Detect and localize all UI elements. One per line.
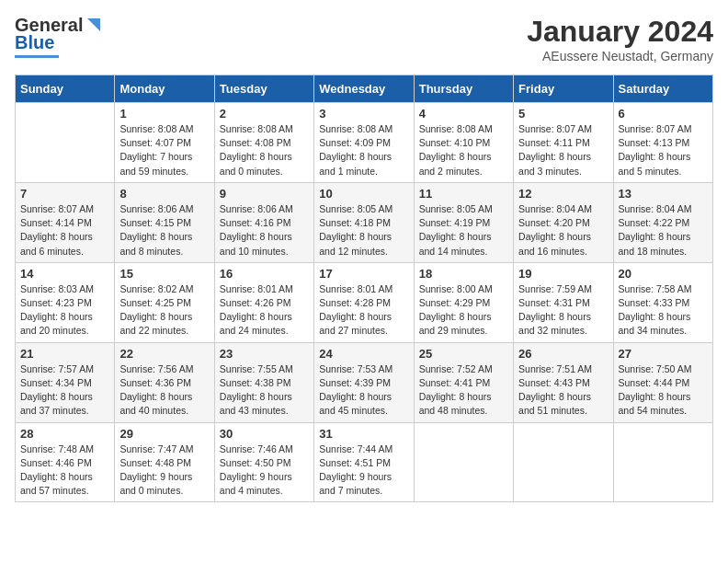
day-number: 1 (119, 107, 209, 121)
day-number: 28 (20, 427, 109, 441)
calendar-cell (613, 422, 712, 502)
day-number: 30 (220, 427, 309, 441)
page-header: General Blue January 2024 AEussere Neust… (15, 15, 713, 63)
day-number: 16 (220, 267, 309, 281)
calendar-cell (16, 103, 115, 183)
calendar-cell: 20Sunrise: 7:58 AM Sunset: 4:33 PM Dayli… (613, 262, 712, 342)
day-info: Sunrise: 7:44 AM Sunset: 4:51 PM Dayligh… (319, 442, 408, 499)
calendar-cell: 29Sunrise: 7:47 AM Sunset: 4:48 PM Dayli… (115, 422, 214, 502)
calendar-cell: 28Sunrise: 7:48 AM Sunset: 4:46 PM Dayli… (16, 422, 115, 502)
calendar-cell: 31Sunrise: 7:44 AM Sunset: 4:51 PM Dayli… (314, 422, 414, 502)
calendar-cell: 24Sunrise: 7:53 AM Sunset: 4:39 PM Dayli… (314, 342, 414, 422)
day-header-monday: Monday (115, 75, 214, 103)
svg-marker-0 (87, 18, 100, 31)
calendar-cell: 2Sunrise: 8:08 AM Sunset: 4:08 PM Daylig… (214, 103, 313, 183)
day-info: Sunrise: 8:04 AM Sunset: 4:22 PM Dayligh… (619, 202, 708, 259)
day-info: Sunrise: 8:00 AM Sunset: 4:29 PM Dayligh… (419, 282, 508, 339)
day-number: 5 (518, 107, 608, 121)
calendar-cell: 3Sunrise: 8:08 AM Sunset: 4:09 PM Daylig… (314, 103, 414, 183)
day-number: 11 (419, 187, 508, 201)
day-number: 13 (619, 187, 708, 201)
day-number: 22 (119, 347, 209, 361)
logo-blue: Blue (15, 32, 54, 53)
calendar-cell: 30Sunrise: 7:46 AM Sunset: 4:50 PM Dayli… (214, 422, 313, 502)
day-header-tuesday: Tuesday (214, 75, 313, 103)
day-info: Sunrise: 7:48 AM Sunset: 4:46 PM Dayligh… (20, 442, 109, 499)
day-number: 15 (119, 267, 209, 281)
calendar-cell: 5Sunrise: 8:07 AM Sunset: 4:11 PM Daylig… (514, 103, 613, 183)
day-info: Sunrise: 7:53 AM Sunset: 4:39 PM Dayligh… (319, 362, 408, 419)
day-info: Sunrise: 8:06 AM Sunset: 4:15 PM Dayligh… (119, 202, 209, 259)
day-info: Sunrise: 8:07 AM Sunset: 4:11 PM Dayligh… (518, 122, 608, 178)
calendar-cell: 25Sunrise: 7:52 AM Sunset: 4:41 PM Dayli… (414, 342, 513, 422)
day-number: 18 (419, 267, 508, 281)
day-number: 29 (119, 427, 209, 441)
location-subtitle: AEussere Neustadt, Germany (527, 49, 713, 63)
logo-arrow-icon (84, 15, 104, 35)
day-info: Sunrise: 8:07 AM Sunset: 4:13 PM Dayligh… (619, 122, 708, 178)
day-info: Sunrise: 8:02 AM Sunset: 4:25 PM Dayligh… (119, 282, 209, 339)
day-info: Sunrise: 7:50 AM Sunset: 4:44 PM Dayligh… (619, 362, 708, 419)
logo: General Blue (15, 15, 104, 58)
day-info: Sunrise: 8:01 AM Sunset: 4:28 PM Dayligh… (319, 282, 408, 339)
day-info: Sunrise: 8:01 AM Sunset: 4:26 PM Dayligh… (220, 282, 309, 339)
day-number: 6 (619, 107, 708, 121)
calendar-cell: 19Sunrise: 7:59 AM Sunset: 4:31 PM Dayli… (514, 262, 613, 342)
calendar-cell: 17Sunrise: 8:01 AM Sunset: 4:28 PM Dayli… (314, 262, 414, 342)
calendar-cell: 11Sunrise: 8:05 AM Sunset: 4:19 PM Dayli… (414, 182, 513, 262)
calendar-week-1: 1Sunrise: 8:08 AM Sunset: 4:07 PM Daylig… (16, 103, 713, 183)
calendar-week-3: 14Sunrise: 8:03 AM Sunset: 4:23 PM Dayli… (16, 262, 713, 342)
calendar-cell (414, 422, 513, 502)
day-info: Sunrise: 7:58 AM Sunset: 4:33 PM Dayligh… (619, 282, 708, 339)
calendar-cell: 6Sunrise: 8:07 AM Sunset: 4:13 PM Daylig… (613, 103, 712, 183)
calendar-cell: 13Sunrise: 8:04 AM Sunset: 4:22 PM Dayli… (613, 182, 712, 262)
day-number: 26 (518, 347, 608, 361)
day-number: 17 (319, 267, 408, 281)
day-number: 21 (20, 347, 109, 361)
day-info: Sunrise: 8:04 AM Sunset: 4:20 PM Dayligh… (518, 202, 608, 259)
day-header-wednesday: Wednesday (314, 75, 414, 103)
logo-underline (15, 55, 59, 58)
day-number: 9 (220, 187, 309, 201)
calendar-cell: 10Sunrise: 8:05 AM Sunset: 4:18 PM Dayli… (314, 182, 414, 262)
day-number: 2 (220, 107, 309, 121)
day-number: 4 (419, 107, 508, 121)
calendar-week-5: 28Sunrise: 7:48 AM Sunset: 4:46 PM Dayli… (16, 422, 713, 502)
calendar-cell: 27Sunrise: 7:50 AM Sunset: 4:44 PM Dayli… (613, 342, 712, 422)
calendar-cell: 21Sunrise: 7:57 AM Sunset: 4:34 PM Dayli… (16, 342, 115, 422)
day-number: 19 (518, 267, 608, 281)
calendar-cell: 14Sunrise: 8:03 AM Sunset: 4:23 PM Dayli… (16, 262, 115, 342)
day-number: 27 (619, 347, 708, 361)
calendar-cell: 15Sunrise: 8:02 AM Sunset: 4:25 PM Dayli… (115, 262, 214, 342)
day-info: Sunrise: 7:51 AM Sunset: 4:43 PM Dayligh… (518, 362, 608, 419)
calendar-cell: 9Sunrise: 8:06 AM Sunset: 4:16 PM Daylig… (214, 182, 313, 262)
day-info: Sunrise: 8:07 AM Sunset: 4:14 PM Dayligh… (20, 202, 109, 259)
day-number: 3 (319, 107, 408, 121)
day-info: Sunrise: 8:08 AM Sunset: 4:08 PM Dayligh… (220, 122, 309, 178)
month-title: January 2024 (527, 15, 713, 49)
day-number: 14 (20, 267, 109, 281)
calendar-header-row: SundayMondayTuesdayWednesdayThursdayFrid… (16, 75, 713, 103)
day-header-saturday: Saturday (613, 75, 712, 103)
calendar-cell: 1Sunrise: 8:08 AM Sunset: 4:07 PM Daylig… (115, 103, 214, 183)
calendar-cell: 26Sunrise: 7:51 AM Sunset: 4:43 PM Dayli… (514, 342, 613, 422)
day-number: 25 (419, 347, 508, 361)
day-info: Sunrise: 7:56 AM Sunset: 4:36 PM Dayligh… (119, 362, 209, 419)
calendar-cell: 7Sunrise: 8:07 AM Sunset: 4:14 PM Daylig… (16, 182, 115, 262)
day-info: Sunrise: 7:55 AM Sunset: 4:38 PM Dayligh… (220, 362, 309, 419)
day-info: Sunrise: 7:46 AM Sunset: 4:50 PM Dayligh… (220, 442, 309, 499)
day-info: Sunrise: 8:08 AM Sunset: 4:07 PM Dayligh… (119, 122, 209, 178)
calendar-cell: 22Sunrise: 7:56 AM Sunset: 4:36 PM Dayli… (115, 342, 214, 422)
calendar-table: SundayMondayTuesdayWednesdayThursdayFrid… (15, 75, 713, 502)
day-header-sunday: Sunday (16, 75, 115, 103)
day-number: 12 (518, 187, 608, 201)
calendar-cell (514, 422, 613, 502)
calendar-cell: 8Sunrise: 8:06 AM Sunset: 4:15 PM Daylig… (115, 182, 214, 262)
day-info: Sunrise: 7:57 AM Sunset: 4:34 PM Dayligh… (20, 362, 109, 419)
day-number: 10 (319, 187, 408, 201)
calendar-cell: 23Sunrise: 7:55 AM Sunset: 4:38 PM Dayli… (214, 342, 313, 422)
day-header-friday: Friday (514, 75, 613, 103)
calendar-cell: 18Sunrise: 8:00 AM Sunset: 4:29 PM Dayli… (414, 262, 513, 342)
day-number: 8 (119, 187, 209, 201)
calendar-cell: 12Sunrise: 8:04 AM Sunset: 4:20 PM Dayli… (514, 182, 613, 262)
